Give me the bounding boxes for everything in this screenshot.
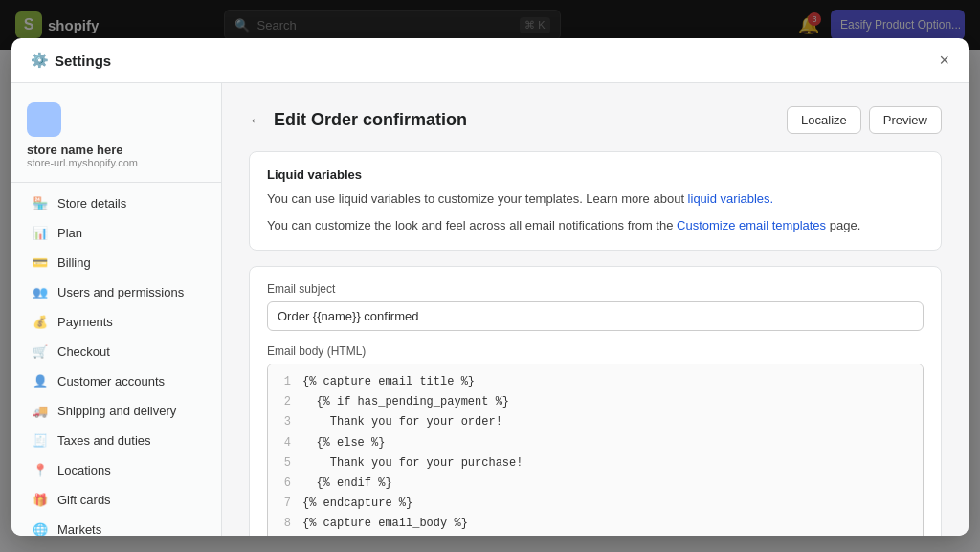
modal-overlay: ⚙️ Settings × store name here store-url.… bbox=[0, 0, 980, 50]
modal-header: ⚙️ Settings × bbox=[11, 38, 969, 50]
settings-modal: ⚙️ Settings × store name here store-url.… bbox=[11, 38, 969, 50]
